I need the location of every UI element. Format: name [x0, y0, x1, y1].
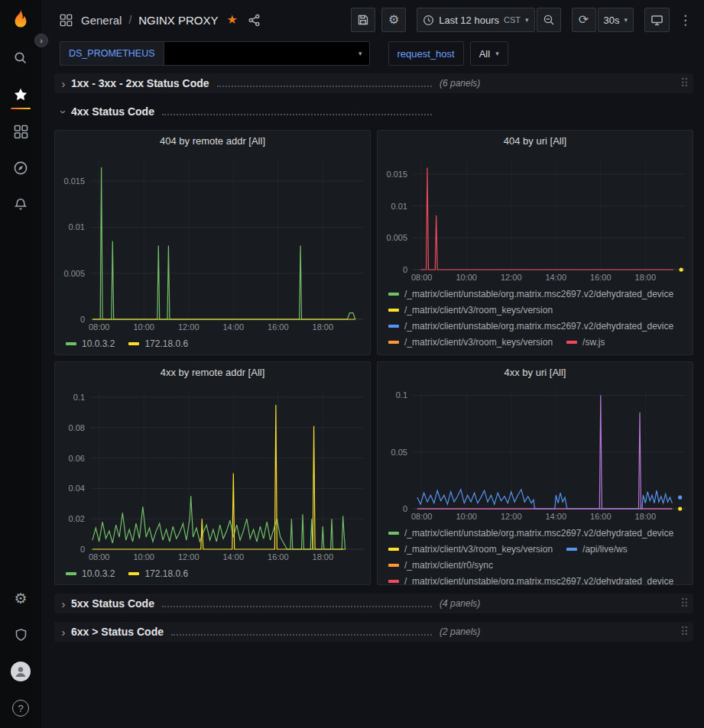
kebab-menu-icon[interactable]: ⋮ — [676, 12, 695, 28]
alerting-bell-icon[interactable] — [0, 186, 41, 223]
apps-grid-icon[interactable] — [58, 12, 74, 28]
panel-404-by-uri: 404 by uri [All] 08:0010:0012:0014:0016:… — [377, 130, 693, 355]
timeseries-chart-404-by-uri[interactable]: 08:0010:0012:0014:0016:0018:0000.0050.01… — [378, 150, 693, 283]
legend-item[interactable]: /_matrix/client/unstable/org.matrix.msc2… — [388, 318, 673, 334]
timeseries-chart-404-by-remote-addr[interactable]: 08:0010:0012:0014:0016:0018:0000.0050.01… — [55, 150, 370, 333]
legend-item[interactable]: /_matrix/client/unstable/org.matrix.msc2… — [388, 573, 673, 585]
sidebar-expand-button[interactable]: › — [34, 34, 48, 47]
chevron-right-icon: › — [56, 626, 71, 639]
chart-legend: /_matrix/client/unstable/org.matrix.msc2… — [378, 283, 693, 353]
refresh-interval-label: 30s — [604, 15, 620, 26]
panel-title[interactable]: 404 by uri [All] — [378, 131, 693, 150]
chevron-down-icon: ▾ — [358, 50, 362, 57]
svg-text:12:00: 12:00 — [501, 512, 522, 521]
svg-text:0: 0 — [403, 504, 407, 513]
legend-item[interactable]: /_matrix/client/v3/room_keys/version — [388, 302, 553, 318]
svg-text:10:00: 10:00 — [133, 322, 154, 332]
legend-item[interactable]: 10.0.3.2 — [66, 335, 115, 351]
row-title: 6xx > Status Code — [71, 626, 164, 638]
help-icon[interactable]: ? — [0, 690, 41, 726]
panels-grid: 404 by remote addr [All] 08:0010:0012:00… — [54, 130, 693, 585]
legend-item[interactable]: 172.18.0.6 — [128, 565, 188, 581]
avatar — [11, 662, 31, 681]
sidebar: › — [0, 0, 41, 728]
request-host-variable-label[interactable]: request_host — [388, 41, 464, 66]
datasource-variable-label[interactable]: DS_PROMETHEUS — [60, 41, 164, 66]
refresh-button[interactable]: ⟳ — [572, 8, 596, 32]
dashboard-row-5xx[interactable]: › 5xx Status Code (4 panels) ⠿ — [54, 594, 693, 613]
user-avatar[interactable] — [0, 653, 41, 690]
dashboard-row-6xx[interactable]: › 6xx > Status Code (2 panels) ⠿ — [54, 622, 693, 642]
dashboard-title[interactable]: NGINX PROXY — [138, 14, 218, 27]
share-icon[interactable] — [246, 12, 262, 28]
svg-text:12:00: 12:00 — [501, 273, 522, 282]
time-controls: Last 12 hours CST ▾ — [417, 8, 560, 32]
time-range-picker[interactable]: Last 12 hours CST ▾ — [417, 8, 534, 32]
legend-item[interactable]: /_matrix/client/v3/room_keys/version — [388, 334, 553, 350]
timeseries-chart-4xx-by-uri[interactable]: 08:0010:0012:0014:0016:0018:0000.050.1 — [378, 382, 693, 523]
svg-text:0.015: 0.015 — [386, 170, 407, 179]
svg-text:0.015: 0.015 — [63, 176, 85, 186]
drag-handle-icon[interactable]: ⠿ — [680, 76, 689, 90]
chart-legend: /_matrix/client/unstable/org.matrix.msc2… — [378, 523, 693, 585]
svg-text:18:00: 18:00 — [635, 273, 657, 282]
zoom-out-button[interactable] — [537, 8, 561, 32]
search-icon[interactable] — [0, 40, 41, 76]
dashboard-row-4xx[interactable]: › 4xx Status Code — [54, 102, 693, 121]
drag-handle-icon[interactable]: ⠿ — [680, 597, 689, 610]
panel-4xx-by-uri: 4xx by uri [All] 08:0010:0012:0014:0016:… — [377, 361, 693, 585]
legend-item[interactable]: /sw.js — [566, 334, 605, 350]
refresh-interval-picker[interactable]: 30s ▾ — [598, 8, 634, 32]
save-dashboard-button[interactable] — [351, 8, 375, 32]
svg-text:16:00: 16:00 — [268, 552, 289, 561]
request-host-select-value: All — [479, 48, 490, 60]
svg-text:0.1: 0.1 — [73, 393, 85, 402]
dashboards-icon[interactable] — [0, 113, 41, 150]
svg-text:0.05: 0.05 — [391, 448, 407, 457]
row-title: 1xx - 3xx - 2xx Status Code — [71, 77, 209, 89]
legend-item[interactable]: /api/live/ws — [566, 541, 628, 557]
grafana-logo[interactable] — [8, 7, 34, 35]
panel-4xx-by-remote-addr: 4xx by remote addr [All] 08:0010:0012:00… — [54, 361, 371, 585]
svg-text:0.1: 0.1 — [396, 390, 407, 400]
svg-text:0: 0 — [80, 315, 85, 324]
chevron-down-icon: ▾ — [525, 17, 529, 24]
row-title: 4xx Status Code — [71, 105, 154, 118]
panel-title[interactable]: 404 by remote addr [All] — [55, 131, 370, 150]
svg-text:10:00: 10:00 — [133, 552, 154, 561]
request-host-select[interactable]: All ▾ — [470, 41, 508, 66]
datasource-select[interactable]: ▾ — [164, 41, 370, 66]
main-area: General / NGINX PROXY ★ ⚙ — [41, 0, 704, 728]
tv-kiosk-button[interactable] — [644, 8, 670, 32]
svg-text:16:00: 16:00 — [590, 512, 612, 521]
row-dotted-leader — [162, 606, 432, 607]
svg-text:08:00: 08:00 — [411, 512, 433, 521]
legend-item[interactable]: 172.18.0.6 — [128, 335, 188, 351]
legend-item[interactable]: /_matrix/client/r0/sync — [388, 557, 493, 573]
explore-compass-icon[interactable] — [0, 150, 41, 186]
svg-text:18:00: 18:00 — [635, 512, 657, 521]
dashboard-settings-button[interactable]: ⚙ — [381, 8, 406, 32]
breadcrumb-section[interactable]: General — [81, 14, 122, 27]
chevron-right-icon: › — [56, 597, 71, 610]
chart-legend: 10.0.3.2172.18.0.6 — [55, 333, 370, 354]
svg-text:14:00: 14:00 — [546, 512, 567, 521]
svg-text:0.02: 0.02 — [69, 514, 85, 523]
svg-text:0: 0 — [403, 265, 407, 274]
admin-shield-icon[interactable] — [0, 616, 41, 653]
settings-gear-icon[interactable]: ⚙ — [0, 580, 41, 616]
starred-dashboards-icon[interactable] — [0, 76, 41, 113]
legend-item[interactable]: /_matrix/client/unstable/org.matrix.msc2… — [388, 286, 673, 302]
panel-title[interactable]: 4xx by uri [All] — [378, 362, 693, 382]
timeseries-chart-4xx-by-remote-addr[interactable]: 08:0010:0012:0014:0016:0018:0000.020.040… — [55, 382, 370, 563]
grafana-app: › — [0, 0, 704, 728]
legend-item[interactable]: /_matrix/client/v3/room_keys/version — [388, 541, 553, 557]
legend-item[interactable]: /_matrix/client/unstable/org.matrix.msc2… — [388, 525, 673, 541]
legend-item[interactable]: 10.0.3.2 — [66, 565, 115, 581]
drag-handle-icon[interactable]: ⠿ — [680, 625, 689, 639]
datasource-variable: DS_PROMETHEUS ▾ — [60, 41, 370, 66]
svg-text:08:00: 08:00 — [89, 552, 110, 561]
dashboard-row-1xx-3xx-2xx[interactable]: › 1xx - 3xx - 2xx Status Code (6 panels)… — [54, 73, 693, 93]
favorite-star-icon[interactable]: ★ — [225, 14, 238, 26]
panel-title[interactable]: 4xx by remote addr [All] — [55, 362, 370, 382]
